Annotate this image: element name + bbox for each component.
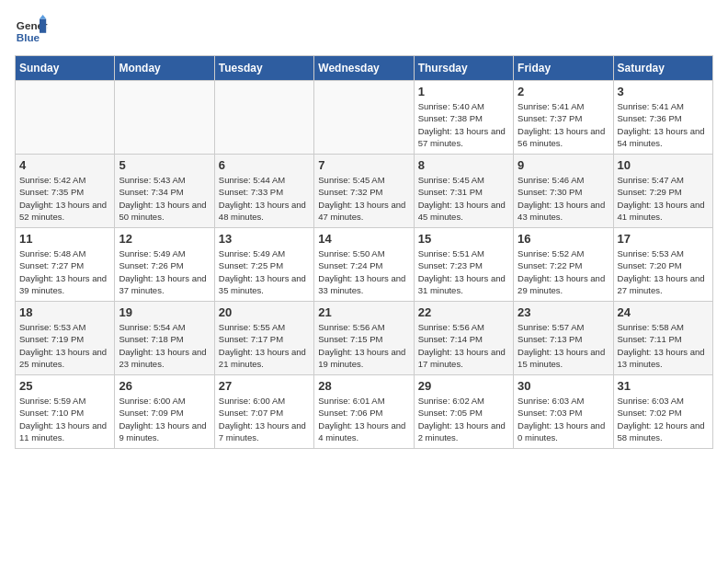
day-number: 18 [19,305,110,319]
day-info: Sunrise: 6:00 AMSunset: 7:09 PMDaylight:… [119,395,210,443]
day-info: Sunrise: 5:43 AMSunset: 7:34 PMDaylight:… [119,174,210,223]
calendar-day-cell [115,81,214,155]
day-info: Sunrise: 5:49 AMSunset: 7:25 PMDaylight:… [219,247,310,296]
day-number: 22 [418,305,509,319]
day-info: Sunrise: 5:53 AMSunset: 7:20 PMDaylight:… [618,247,709,296]
day-number: 23 [518,305,609,319]
calendar-day-cell: 20Sunrise: 5:55 AMSunset: 7:17 PMDayligh… [214,302,313,375]
day-info: Sunrise: 5:49 AMSunset: 7:26 PMDaylight:… [119,247,210,296]
day-info: Sunrise: 5:40 AMSunset: 7:38 PMDaylight:… [418,100,509,149]
calendar-day-cell: 16Sunrise: 5:52 AMSunset: 7:22 PMDayligh… [514,228,613,302]
calendar-day-cell: 8Sunrise: 5:45 AMSunset: 7:31 PMDaylight… [414,155,513,228]
calendar-day-cell: 15Sunrise: 5:51 AMSunset: 7:23 PMDayligh… [414,228,513,302]
day-info: Sunrise: 5:47 AMSunset: 7:29 PMDaylight:… [618,174,709,223]
day-number: 1 [418,85,509,98]
day-number: 29 [418,379,509,393]
calendar-week-row: 1Sunrise: 5:40 AMSunset: 7:38 PMDaylight… [16,81,713,155]
calendar-day-cell: 30Sunrise: 6:03 AMSunset: 7:03 PMDayligh… [514,375,613,449]
svg-marker-3 [40,15,46,19]
calendar-day-cell: 18Sunrise: 5:53 AMSunset: 7:19 PMDayligh… [16,302,115,375]
calendar-day-cell: 4Sunrise: 5:42 AMSunset: 7:35 PMDaylight… [16,155,115,228]
day-number: 31 [618,379,709,393]
day-info: Sunrise: 5:45 AMSunset: 7:32 PMDaylight:… [318,174,409,223]
day-number: 17 [618,232,709,246]
day-number: 19 [119,305,210,319]
calendar-day-cell: 1Sunrise: 5:40 AMSunset: 7:38 PMDaylight… [414,81,513,155]
calendar-table: SundayMondayTuesdayWednesdayThursdayFrid… [15,55,713,449]
logo-icon: General Blue [15,15,48,48]
weekday-header-saturday: Saturday [613,56,712,81]
day-info: Sunrise: 6:02 AMSunset: 7:05 PMDaylight:… [418,395,509,443]
weekday-header-thursday: Thursday [414,56,513,81]
calendar-week-row: 25Sunrise: 5:59 AMSunset: 7:10 PMDayligh… [16,375,713,449]
calendar-day-cell: 27Sunrise: 6:00 AMSunset: 7:07 PMDayligh… [214,375,313,449]
day-info: Sunrise: 5:51 AMSunset: 7:23 PMDaylight:… [418,247,509,296]
day-number: 8 [418,158,509,172]
weekday-header-friday: Friday [514,56,613,81]
day-number: 26 [119,379,210,393]
calendar-day-cell: 9Sunrise: 5:46 AMSunset: 7:30 PMDaylight… [514,155,613,228]
day-info: Sunrise: 5:55 AMSunset: 7:17 PMDaylight:… [219,321,310,370]
day-info: Sunrise: 5:50 AMSunset: 7:24 PMDaylight:… [318,247,409,296]
day-info: Sunrise: 5:56 AMSunset: 7:14 PMDaylight:… [418,321,509,370]
day-number: 30 [518,379,609,393]
calendar-day-cell: 23Sunrise: 5:57 AMSunset: 7:13 PMDayligh… [514,302,613,375]
calendar-day-cell: 11Sunrise: 5:48 AMSunset: 7:27 PMDayligh… [16,228,115,302]
calendar-day-cell: 22Sunrise: 5:56 AMSunset: 7:14 PMDayligh… [414,302,513,375]
weekday-header-monday: Monday [115,56,214,81]
calendar-day-cell: 25Sunrise: 5:59 AMSunset: 7:10 PMDayligh… [16,375,115,449]
day-number: 24 [618,305,709,319]
svg-marker-2 [40,19,46,33]
day-number: 7 [318,158,409,172]
calendar-day-cell: 7Sunrise: 5:45 AMSunset: 7:32 PMDaylight… [314,155,414,228]
calendar-week-row: 18Sunrise: 5:53 AMSunset: 7:19 PMDayligh… [16,302,713,375]
day-info: Sunrise: 5:48 AMSunset: 7:27 PMDaylight:… [19,247,110,296]
calendar-day-cell: 29Sunrise: 6:02 AMSunset: 7:05 PMDayligh… [414,375,513,449]
calendar-day-cell [214,81,313,155]
calendar-day-cell: 19Sunrise: 5:54 AMSunset: 7:18 PMDayligh… [115,302,214,375]
calendar-day-cell: 6Sunrise: 5:44 AMSunset: 7:33 PMDaylight… [214,155,313,228]
day-info: Sunrise: 5:45 AMSunset: 7:31 PMDaylight:… [418,174,509,223]
day-info: Sunrise: 5:58 AMSunset: 7:11 PMDaylight:… [618,321,709,370]
calendar-week-row: 11Sunrise: 5:48 AMSunset: 7:27 PMDayligh… [16,228,713,302]
calendar-day-cell: 26Sunrise: 6:00 AMSunset: 7:09 PMDayligh… [115,375,214,449]
day-info: Sunrise: 5:57 AMSunset: 7:13 PMDaylight:… [518,321,609,370]
day-info: Sunrise: 5:53 AMSunset: 7:19 PMDaylight:… [19,321,110,370]
calendar-day-cell: 10Sunrise: 5:47 AMSunset: 7:29 PMDayligh… [613,155,712,228]
calendar-day-cell: 31Sunrise: 6:03 AMSunset: 7:02 PMDayligh… [613,375,712,449]
day-number: 4 [19,158,110,172]
day-number: 20 [219,305,310,319]
day-number: 9 [518,158,609,172]
day-info: Sunrise: 5:54 AMSunset: 7:18 PMDaylight:… [119,321,210,370]
calendar-day-cell [16,81,115,155]
day-info: Sunrise: 5:59 AMSunset: 7:10 PMDaylight:… [19,395,110,443]
calendar-week-row: 4Sunrise: 5:42 AMSunset: 7:35 PMDaylight… [16,155,713,228]
calendar-day-cell: 21Sunrise: 5:56 AMSunset: 7:15 PMDayligh… [314,302,414,375]
calendar-day-cell: 2Sunrise: 5:41 AMSunset: 7:37 PMDaylight… [514,81,613,155]
day-info: Sunrise: 5:56 AMSunset: 7:15 PMDaylight:… [318,321,409,370]
page-header: General Blue [15,15,713,48]
weekday-header-sunday: Sunday [16,56,115,81]
day-info: Sunrise: 5:41 AMSunset: 7:37 PMDaylight:… [518,100,609,149]
calendar-day-cell [314,81,414,155]
day-info: Sunrise: 6:01 AMSunset: 7:06 PMDaylight:… [318,395,409,443]
logo: General Blue [15,15,51,48]
day-number: 13 [219,232,310,246]
day-number: 15 [418,232,509,246]
day-number: 11 [19,232,110,246]
day-number: 10 [618,158,709,172]
day-number: 16 [518,232,609,246]
day-info: Sunrise: 6:03 AMSunset: 7:03 PMDaylight:… [518,395,609,443]
day-number: 2 [518,85,609,98]
calendar-day-cell: 17Sunrise: 5:53 AMSunset: 7:20 PMDayligh… [613,228,712,302]
day-number: 21 [318,305,409,319]
day-info: Sunrise: 5:44 AMSunset: 7:33 PMDaylight:… [219,174,310,223]
day-number: 28 [318,379,409,393]
day-number: 25 [19,379,110,393]
calendar-day-cell: 24Sunrise: 5:58 AMSunset: 7:11 PMDayligh… [613,302,712,375]
calendar-day-cell: 12Sunrise: 5:49 AMSunset: 7:26 PMDayligh… [115,228,214,302]
day-info: Sunrise: 5:42 AMSunset: 7:35 PMDaylight:… [19,174,110,223]
calendar-day-cell: 28Sunrise: 6:01 AMSunset: 7:06 PMDayligh… [314,375,414,449]
calendar-day-cell: 14Sunrise: 5:50 AMSunset: 7:24 PMDayligh… [314,228,414,302]
day-number: 3 [618,85,709,98]
